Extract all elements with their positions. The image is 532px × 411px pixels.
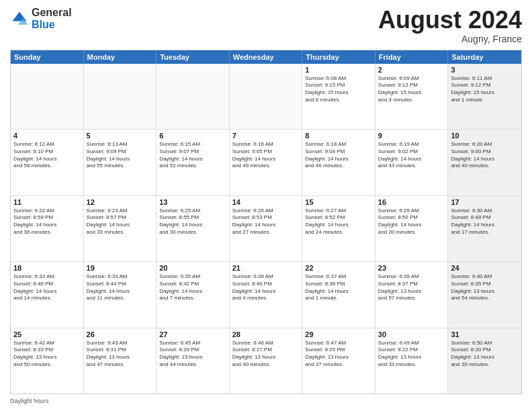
month-title: August 2024 xyxy=(378,7,522,34)
table-row: 20Sunrise: 6:35 AM Sunset: 8:42 PM Dayli… xyxy=(157,262,230,327)
title-block: August 2024 Augny, France xyxy=(378,7,522,44)
day-number: 14 xyxy=(232,198,300,206)
table-row: 4Sunrise: 6:12 AM Sunset: 9:10 PM Daylig… xyxy=(11,130,84,195)
day-info: Sunrise: 6:16 AM Sunset: 9:05 PM Dayligh… xyxy=(232,141,300,170)
page: General Blue August 2024 Augny, France S… xyxy=(0,0,532,411)
logo-general-text: General xyxy=(32,7,72,19)
calendar-row: 11Sunrise: 6:22 AM Sunset: 8:59 PM Dayli… xyxy=(11,195,521,261)
day-number: 3 xyxy=(451,66,519,74)
day-info: Sunrise: 6:40 AM Sunset: 8:35 PM Dayligh… xyxy=(451,273,519,302)
day-info: Sunrise: 6:42 AM Sunset: 8:33 PM Dayligh… xyxy=(13,340,81,369)
calendar-header-cell: Saturday xyxy=(448,50,521,64)
calendar-row: 1Sunrise: 6:08 AM Sunset: 9:15 PM Daylig… xyxy=(11,64,521,129)
table-row: 7Sunrise: 6:16 AM Sunset: 9:05 PM Daylig… xyxy=(230,130,303,195)
day-number: 7 xyxy=(232,132,300,140)
logo-blue-text: Blue xyxy=(32,19,72,31)
footer-text: Daylight hours xyxy=(10,398,49,404)
calendar-header-cell: Thursday xyxy=(302,50,375,64)
table-row: 9Sunrise: 6:19 AM Sunset: 9:02 PM Daylig… xyxy=(375,130,449,195)
day-info: Sunrise: 6:50 AM Sunset: 8:20 PM Dayligh… xyxy=(451,340,519,369)
day-number: 2 xyxy=(378,66,445,74)
table-row xyxy=(84,64,157,129)
table-row: 16Sunrise: 6:29 AM Sunset: 8:50 PM Dayli… xyxy=(375,196,449,261)
day-number: 22 xyxy=(305,264,372,272)
table-row: 15Sunrise: 6:27 AM Sunset: 8:52 PM Dayli… xyxy=(302,196,375,261)
day-info: Sunrise: 6:39 AM Sunset: 8:37 PM Dayligh… xyxy=(378,273,445,302)
table-row: 22Sunrise: 6:37 AM Sunset: 8:38 PM Dayli… xyxy=(302,262,375,327)
day-info: Sunrise: 6:43 AM Sunset: 8:31 PM Dayligh… xyxy=(87,340,154,369)
day-number: 23 xyxy=(378,264,445,272)
table-row: 21Sunrise: 6:36 AM Sunset: 8:40 PM Dayli… xyxy=(230,262,303,327)
day-info: Sunrise: 6:46 AM Sunset: 8:27 PM Dayligh… xyxy=(232,340,300,369)
day-info: Sunrise: 6:47 AM Sunset: 8:25 PM Dayligh… xyxy=(305,340,372,369)
table-row: 28Sunrise: 6:46 AM Sunset: 8:27 PM Dayli… xyxy=(230,328,303,394)
day-info: Sunrise: 6:26 AM Sunset: 8:53 PM Dayligh… xyxy=(232,208,300,236)
day-info: Sunrise: 6:23 AM Sunset: 8:57 PM Dayligh… xyxy=(87,208,154,236)
day-number: 9 xyxy=(378,132,445,140)
calendar-body: 1Sunrise: 6:08 AM Sunset: 9:15 PM Daylig… xyxy=(11,64,521,394)
table-row: 8Sunrise: 6:18 AM Sunset: 9:04 PM Daylig… xyxy=(302,130,375,195)
day-number: 25 xyxy=(13,330,81,338)
day-info: Sunrise: 6:37 AM Sunset: 8:38 PM Dayligh… xyxy=(305,273,372,302)
table-row xyxy=(11,64,84,129)
table-row: 26Sunrise: 6:43 AM Sunset: 8:31 PM Dayli… xyxy=(84,328,157,394)
table-row: 5Sunrise: 6:13 AM Sunset: 9:09 PM Daylig… xyxy=(84,130,157,195)
table-row: 17Sunrise: 6:30 AM Sunset: 8:48 PM Dayli… xyxy=(448,196,521,261)
day-number: 28 xyxy=(232,330,300,338)
table-row: 2Sunrise: 6:09 AM Sunset: 9:13 PM Daylig… xyxy=(375,64,449,129)
day-info: Sunrise: 6:18 AM Sunset: 9:04 PM Dayligh… xyxy=(305,141,372,170)
table-row xyxy=(157,64,230,129)
day-info: Sunrise: 6:25 AM Sunset: 8:55 PM Dayligh… xyxy=(159,208,226,236)
calendar-row: 25Sunrise: 6:42 AM Sunset: 8:33 PM Dayli… xyxy=(11,328,521,394)
table-row: 13Sunrise: 6:25 AM Sunset: 8:55 PM Dayli… xyxy=(157,196,230,261)
day-info: Sunrise: 6:36 AM Sunset: 8:40 PM Dayligh… xyxy=(232,273,300,302)
calendar-header-cell: Sunday xyxy=(11,50,84,64)
day-info: Sunrise: 6:22 AM Sunset: 8:59 PM Dayligh… xyxy=(13,208,81,236)
table-row: 25Sunrise: 6:42 AM Sunset: 8:33 PM Dayli… xyxy=(11,328,84,394)
table-row: 14Sunrise: 6:26 AM Sunset: 8:53 PM Dayli… xyxy=(230,196,303,261)
table-row: 18Sunrise: 6:32 AM Sunset: 8:46 PM Dayli… xyxy=(11,262,84,327)
day-info: Sunrise: 6:15 AM Sunset: 9:07 PM Dayligh… xyxy=(159,141,226,170)
day-number: 16 xyxy=(378,198,445,206)
day-number: 1 xyxy=(305,66,372,74)
day-info: Sunrise: 6:13 AM Sunset: 9:09 PM Dayligh… xyxy=(87,141,154,170)
day-number: 24 xyxy=(451,264,519,272)
day-info: Sunrise: 6:12 AM Sunset: 9:10 PM Dayligh… xyxy=(13,141,81,170)
day-number: 30 xyxy=(378,330,445,338)
day-number: 26 xyxy=(87,330,154,338)
day-info: Sunrise: 6:09 AM Sunset: 9:13 PM Dayligh… xyxy=(378,75,445,104)
calendar-row: 18Sunrise: 6:32 AM Sunset: 8:46 PM Dayli… xyxy=(11,261,521,327)
table-row: 11Sunrise: 6:22 AM Sunset: 8:59 PM Dayli… xyxy=(11,196,84,261)
table-row: 19Sunrise: 6:33 AM Sunset: 8:44 PM Dayli… xyxy=(84,262,157,327)
calendar-header-cell: Tuesday xyxy=(157,50,230,64)
table-row: 29Sunrise: 6:47 AM Sunset: 8:25 PM Dayli… xyxy=(302,328,375,394)
day-number: 21 xyxy=(232,264,300,272)
day-number: 31 xyxy=(451,330,519,338)
calendar-header-cell: Friday xyxy=(375,50,449,64)
table-row: 27Sunrise: 6:45 AM Sunset: 8:29 PM Dayli… xyxy=(157,328,230,394)
footer: Daylight hours xyxy=(10,398,522,404)
day-number: 20 xyxy=(159,264,226,272)
table-row: 3Sunrise: 6:11 AM Sunset: 9:12 PM Daylig… xyxy=(448,64,521,129)
day-info: Sunrise: 6:08 AM Sunset: 9:15 PM Dayligh… xyxy=(305,75,372,104)
table-row: 31Sunrise: 6:50 AM Sunset: 8:20 PM Dayli… xyxy=(448,328,521,394)
day-info: Sunrise: 6:20 AM Sunset: 9:00 PM Dayligh… xyxy=(451,141,519,170)
day-info: Sunrise: 6:11 AM Sunset: 9:12 PM Dayligh… xyxy=(451,75,519,104)
day-info: Sunrise: 6:33 AM Sunset: 8:44 PM Dayligh… xyxy=(87,273,154,302)
day-info: Sunrise: 6:27 AM Sunset: 8:52 PM Dayligh… xyxy=(305,208,372,236)
logo-text: General Blue xyxy=(32,7,72,30)
day-number: 12 xyxy=(87,198,154,206)
day-number: 6 xyxy=(159,132,226,140)
header: General Blue August 2024 Augny, France xyxy=(10,7,522,44)
day-info: Sunrise: 6:29 AM Sunset: 8:50 PM Dayligh… xyxy=(378,208,445,236)
table-row xyxy=(230,64,303,129)
day-number: 13 xyxy=(159,198,226,206)
day-number: 11 xyxy=(13,198,81,206)
day-number: 29 xyxy=(305,330,372,338)
day-number: 10 xyxy=(451,132,519,140)
day-info: Sunrise: 6:19 AM Sunset: 9:02 PM Dayligh… xyxy=(378,141,445,170)
day-info: Sunrise: 6:30 AM Sunset: 8:48 PM Dayligh… xyxy=(451,208,519,236)
logo-icon xyxy=(10,9,29,28)
table-row: 6Sunrise: 6:15 AM Sunset: 9:07 PM Daylig… xyxy=(157,130,230,195)
day-number: 27 xyxy=(159,330,226,338)
